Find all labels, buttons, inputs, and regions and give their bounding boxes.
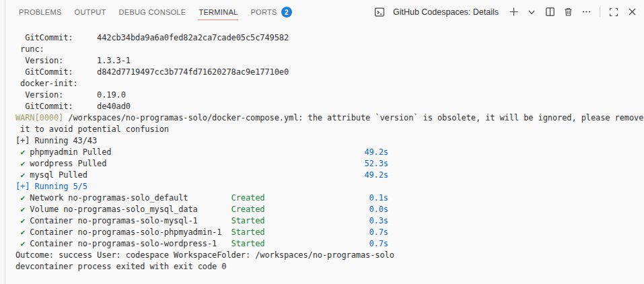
terminal-line: ✔ phpmyadmin Pulled49.2s bbox=[0, 147, 644, 158]
terminal-line: ✔ Container no-programas-solo-phpmyadmin… bbox=[0, 227, 644, 238]
close-panel-button[interactable] bbox=[626, 6, 638, 18]
tab-label: PROBLEMS bbox=[19, 8, 62, 16]
terminal-line: GitCommit: de40ad0 bbox=[0, 101, 644, 112]
terminal-line: GitCommit: 442cb34bda9a6a0fed82a2ca7cade… bbox=[0, 32, 644, 44]
terminal-icon bbox=[373, 6, 386, 18]
duration-value: 0.7s bbox=[336, 227, 388, 238]
terminal-line: GitCommit: d842d7719497cc3b774fd71620278… bbox=[0, 67, 644, 78]
tab-debug-console[interactable]: DEBUG CONSOLE bbox=[118, 1, 187, 22]
more-actions-button[interactable] bbox=[580, 6, 592, 18]
duration-value: 0.0s bbox=[336, 204, 388, 215]
terminal-line: [+] Running 43/43 bbox=[0, 135, 644, 147]
terminal-line: devcontainer process exited with exit co… bbox=[0, 261, 644, 273]
panel-tabs: PROBLEMS OUTPUT DEBUG CONSOLE TERMINAL P… bbox=[0, 0, 293, 24]
launch-profile-chevron-down-icon[interactable] bbox=[526, 6, 538, 18]
terminal-line: Version: 1.3.3-1 bbox=[0, 55, 644, 67]
terminal-line: ✔ Container no-programas-solo-mysql-1 St… bbox=[0, 215, 644, 227]
terminal-line: it to avoid potential confusion bbox=[0, 124, 644, 135]
terminal-line: ✔ Network no-programas-solo_default Crea… bbox=[0, 192, 644, 204]
terminal-line: Outcome: success User: codespace Workspa… bbox=[0, 250, 644, 261]
duration-value: 49.2s bbox=[336, 147, 388, 158]
actions-separator bbox=[600, 7, 600, 17]
tab-problems[interactable]: PROBLEMS bbox=[18, 1, 63, 22]
duration-value: 0.3s bbox=[336, 215, 388, 227]
terminal-actions: GitHub Codespaces: Details bbox=[373, 0, 638, 24]
vscode-bottom-panel: PROBLEMS OUTPUT DEBUG CONSOLE TERMINAL P… bbox=[0, 0, 644, 284]
maximize-panel-button[interactable] bbox=[608, 6, 620, 18]
terminal-line: ✔ wordpress Pulled52.3s bbox=[0, 158, 644, 170]
panel-header: PROBLEMS OUTPUT DEBUG CONSOLE TERMINAL P… bbox=[0, 0, 644, 24]
duration-value: 0.1s bbox=[336, 192, 388, 204]
duration-value: 0.7s bbox=[336, 238, 388, 250]
tab-terminal[interactable]: TERMINAL bbox=[198, 1, 238, 22]
split-terminal-button[interactable] bbox=[544, 6, 556, 18]
duration-value: 52.3s bbox=[336, 158, 388, 170]
kill-terminal-trash-button[interactable] bbox=[562, 6, 574, 18]
terminal-line: Version: 0.19.0 bbox=[0, 90, 644, 101]
terminal-line: docker-init: bbox=[0, 78, 644, 90]
terminal-line: ✔ mysql Pulled49.2s bbox=[0, 170, 644, 181]
terminal-line: [+] Running 5/5 bbox=[0, 181, 644, 192]
ports-count-badge: 2 bbox=[281, 7, 292, 17]
terminal-line: WARN[0000] /workspaces/no-programas-solo… bbox=[0, 112, 644, 124]
terminal-output[interactable]: GitCommit: 442cb34bda9a6a0fed82a2ca7cade… bbox=[0, 24, 644, 273]
tab-label: OUTPUT bbox=[75, 8, 106, 16]
tab-label: TERMINAL bbox=[199, 8, 238, 16]
tab-output[interactable]: OUTPUT bbox=[74, 1, 107, 22]
active-terminal-label[interactable]: GitHub Codespaces: Details bbox=[393, 7, 499, 17]
tab-ports[interactable]: PORTS 2 bbox=[250, 0, 292, 24]
terminal-line: runc: bbox=[0, 44, 644, 55]
new-terminal-button[interactable] bbox=[507, 6, 520, 18]
duration-value: 49.2s bbox=[336, 170, 388, 181]
terminal-line: ✔ Container no-programas-solo-wordpress-… bbox=[0, 238, 644, 250]
terminal-line: ✔ Volume no-programas-solo_mysql_data Cr… bbox=[0, 204, 644, 215]
tab-label: DEBUG CONSOLE bbox=[119, 8, 186, 16]
tab-label: PORTS bbox=[250, 8, 277, 16]
